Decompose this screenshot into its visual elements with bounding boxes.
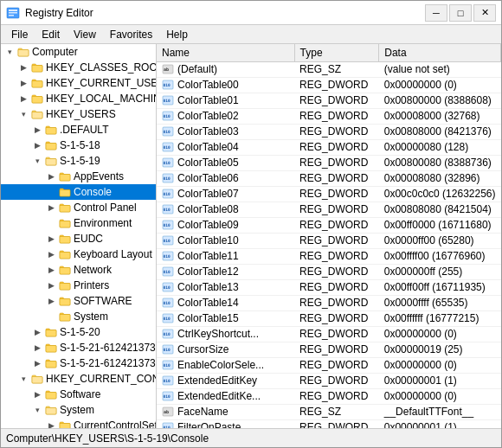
- cell-data: 0x00000001 (1): [379, 419, 501, 428]
- tree-item-currentcontrolset[interactable]: ▶ CurrentControlSet: [1, 418, 156, 428]
- tree-item-hkey_users[interactable]: ▾ HKEY_USERS: [1, 106, 156, 122]
- reg-name: ExtendedEditKe...: [177, 390, 261, 402]
- reg-dword-icon: 010: [162, 234, 174, 246]
- tree-item-appevents[interactable]: ▶ AppEvents: [1, 169, 156, 184]
- table-row[interactable]: 010 ColorTable02REG_DWORD0x00008000 (327…: [157, 108, 501, 124]
- tree-item-network[interactable]: ▶ Network: [1, 262, 156, 278]
- tree-item-environment[interactable]: Environment: [1, 215, 156, 231]
- maximize-button[interactable]: □: [449, 4, 472, 22]
- expand-btn-hkey_users[interactable]: ▾: [16, 107, 30, 121]
- tree-item-hkey_local_machine[interactable]: ▶ HKEY_LOCAL_MACHINE: [1, 91, 156, 106]
- expand-btn-eudc[interactable]: ▶: [44, 232, 58, 246]
- folder-icon-s-1-5-19: [44, 155, 58, 167]
- expand-btn-controlpanel[interactable]: ▶: [44, 201, 58, 214]
- reg-sz-icon: ab: [162, 63, 174, 75]
- table-row[interactable]: 010 ColorTable13REG_DWORD0x00ff00ff (167…: [157, 279, 501, 295]
- tree-item-s-1-5-21-b[interactable]: ▶ S-1-5-21-612421373-2457: [1, 355, 156, 371]
- menu-item-favorites[interactable]: Favorites: [103, 27, 159, 42]
- table-row[interactable]: 010 EnableColorSele...REG_DWORD0x0000000…: [157, 357, 501, 373]
- table-row[interactable]: 010 ColorTable09REG_DWORD0x00ff0000 (167…: [157, 217, 501, 233]
- expand-btn-default[interactable]: ▶: [30, 123, 44, 137]
- table-row[interactable]: 010 ColorTable01REG_DWORD0x00800000 (838…: [157, 93, 501, 108]
- svg-rect-3: [9, 15, 14, 16]
- tree-item-hkey_current_user[interactable]: ▶ HKEY_CURRENT_USER: [1, 75, 156, 91]
- tree-pane[interactable]: ▾ Computer▶ HKEY_CLASSES_ROOT▶ HKEY_CURR…: [1, 44, 157, 428]
- tree-item-software2[interactable]: ▶ Software: [1, 387, 156, 402]
- table-row[interactable]: 010 ColorTable05REG_DWORD0x00800080 (838…: [157, 155, 501, 170]
- table-row[interactable]: 010 ColorTable12REG_DWORD0x000000ff (255…: [157, 264, 501, 279]
- table-header-row: Name Type Data: [157, 44, 501, 61]
- tree-item-keyboardlayout[interactable]: ▶ Keyboard Layout: [1, 246, 156, 262]
- expand-btn-s-1-5-18[interactable]: ▶: [30, 138, 44, 152]
- expand-btn-s-1-5-20[interactable]: ▶: [30, 325, 44, 339]
- registry-table: Name Type Data ab (Default)REG_SZ(value …: [157, 44, 501, 428]
- table-row[interactable]: 010 ColorTable00REG_DWORD0x00000000 (0): [157, 77, 501, 93]
- cell-data: 0x00808000 (8421376): [379, 124, 501, 139]
- expand-btn-system2[interactable]: ▾: [30, 403, 44, 417]
- table-row[interactable]: 010 ColorTable14REG_DWORD0x0000ffff (655…: [157, 295, 501, 310]
- tree-item-printers[interactable]: ▶ Printers: [1, 278, 156, 293]
- reg-dword-icon: 010: [162, 188, 174, 200]
- tree-item-s-1-5-19[interactable]: ▾ S-1-5-19: [1, 153, 156, 169]
- minimize-button[interactable]: ─: [425, 4, 447, 22]
- expand-btn-s-1-5-21-b[interactable]: ▶: [30, 356, 44, 370]
- table-row[interactable]: ab (Default)REG_SZ(value not set): [157, 61, 501, 77]
- table-row[interactable]: 010 ColorTable03REG_DWORD0x00808000 (842…: [157, 124, 501, 139]
- tree-item-console[interactable]: Console: [1, 184, 156, 200]
- expand-btn-printers[interactable]: ▶: [44, 278, 58, 292]
- tree-item-controlpanel[interactable]: ▶ Control Panel: [1, 200, 156, 215]
- cell-name: 010 ColorTable04: [157, 139, 294, 155]
- expand-btn-computer[interactable]: ▾: [3, 45, 16, 59]
- folder-icon-network: [58, 264, 72, 276]
- menu-item-file[interactable]: File: [4, 27, 35, 42]
- close-button[interactable]: ✕: [473, 4, 496, 22]
- table-row[interactable]: 010 ExtendedEditKe...REG_DWORD0x00000000…: [157, 388, 501, 404]
- expand-btn-hkey_current_config[interactable]: ▾: [16, 372, 30, 386]
- tree-item-s-1-5-18[interactable]: ▶ S-1-5-18: [1, 138, 156, 153]
- tree-item-eudc[interactable]: ▶ EUDC: [1, 231, 156, 246]
- expand-btn-network[interactable]: ▶: [44, 263, 58, 277]
- expand-btn-keyboardlayout[interactable]: ▶: [44, 247, 58, 261]
- table-row[interactable]: 010 ColorTable06REG_DWORD0x00008080 (328…: [157, 170, 501, 186]
- menu-item-help[interactable]: Help: [159, 27, 195, 42]
- cell-name: 010 EnableColorSele...: [157, 357, 294, 373]
- table-row[interactable]: 010 ColorTable10REG_DWORD0x0000ff00 (652…: [157, 233, 501, 248]
- table-row[interactable]: 010 ColorTable08REG_DWORD0x00808080 (842…: [157, 202, 501, 217]
- expand-btn-s-1-5-19[interactable]: ▾: [30, 154, 44, 168]
- reg-name: FaceName: [177, 406, 228, 418]
- expand-btn-system[interactable]: [44, 310, 58, 323]
- tree-item-system2[interactable]: ▾ System: [1, 402, 156, 418]
- expand-btn-environment[interactable]: [44, 216, 58, 230]
- tree-item-hkey_current_config[interactable]: ▾ HKEY_CURRENT_CONFIG: [1, 371, 156, 387]
- tree-item-s-1-5-21-a[interactable]: ▶ S-1-5-21-612421373-2457: [1, 340, 156, 355]
- table-row[interactable]: 010 FilterOnPasteREG_DWORD0x00000001 (1): [157, 419, 501, 428]
- table-row[interactable]: 010 CtrlKeyShortcut...REG_DWORD0x0000000…: [157, 326, 501, 342]
- menu-item-view[interactable]: View: [67, 27, 103, 42]
- tree-item-default[interactable]: ▶ .DEFAULT: [1, 122, 156, 138]
- expand-btn-hkey_local_machine[interactable]: ▶: [16, 92, 30, 106]
- expand-btn-console[interactable]: [44, 185, 58, 199]
- menu-item-edit[interactable]: Edit: [35, 27, 67, 42]
- table-row[interactable]: 010 ColorTable11REG_DWORD0x00ffff00 (167…: [157, 248, 501, 264]
- expand-btn-hkey_classes_root[interactable]: ▶: [16, 61, 30, 74]
- tree-item-system[interactable]: System: [1, 309, 156, 324]
- expand-btn-software[interactable]: ▶: [44, 294, 58, 308]
- table-row[interactable]: 010 CursorSizeREG_DWORD0x00000019 (25): [157, 342, 501, 357]
- expand-btn-appevents[interactable]: ▶: [44, 170, 58, 183]
- expand-btn-software2[interactable]: ▶: [30, 387, 44, 401]
- table-row[interactable]: ab FaceNameREG_SZ__DefaultTTFont__: [157, 404, 501, 419]
- table-row[interactable]: 010 ColorTable15REG_DWORD0x00ffffff (167…: [157, 310, 501, 326]
- cell-name: 010 FilterOnPaste: [157, 419, 294, 428]
- tree-item-s-1-5-20[interactable]: ▶ S-1-5-20: [1, 324, 156, 340]
- tree-item-hkey_classes_root[interactable]: ▶ HKEY_CLASSES_ROOT: [1, 60, 156, 75]
- data-pane[interactable]: Name Type Data ab (Default)REG_SZ(value …: [157, 44, 501, 428]
- tree-item-software[interactable]: ▶ SOFTWARE: [1, 293, 156, 309]
- expand-btn-s-1-5-21-a[interactable]: ▶: [30, 341, 44, 355]
- table-row[interactable]: 010 ExtendedEditKeyREG_DWORD0x00000001 (…: [157, 373, 501, 388]
- table-row[interactable]: 010 ColorTable07REG_DWORD0x00c0c0c0 (126…: [157, 186, 501, 202]
- cell-type: REG_DWORD: [294, 419, 379, 428]
- expand-btn-hkey_current_user[interactable]: ▶: [16, 76, 30, 90]
- expand-btn-currentcontrolset[interactable]: ▶: [44, 419, 58, 428]
- table-row[interactable]: 010 ColorTable04REG_DWORD0x00000080 (128…: [157, 139, 501, 155]
- tree-item-computer[interactable]: ▾ Computer: [1, 44, 156, 60]
